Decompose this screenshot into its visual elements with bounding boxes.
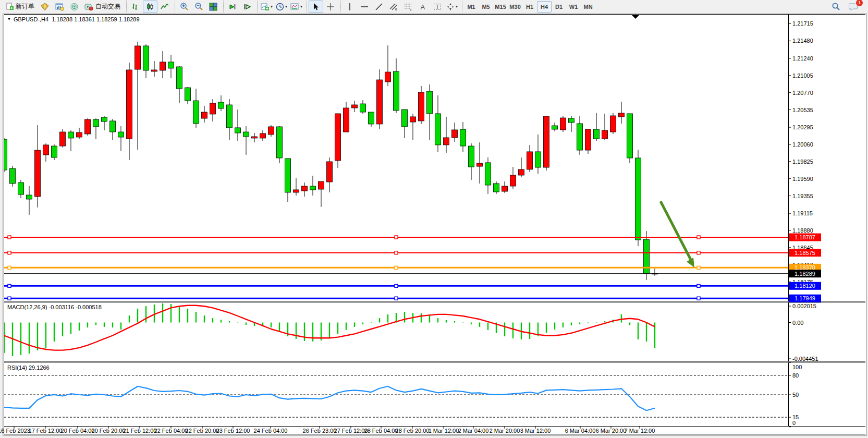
candle-body [327, 162, 333, 182]
chart-plot-area[interactable] [4, 15, 788, 301]
candle-body [619, 113, 625, 117]
candle-body [635, 158, 641, 240]
candle-body [360, 104, 366, 112]
line-handle[interactable] [395, 266, 398, 269]
candle-body [452, 130, 458, 138]
svg-text:28 Feb 04:00: 28 Feb 04:00 [364, 428, 398, 434]
chart-ohlc-values: 1.18288 1.18361 1.18259 1.18289 [52, 16, 139, 22]
candle-body [152, 70, 157, 71]
candle-body [68, 132, 74, 138]
candle-body [460, 129, 466, 146]
candle-body [285, 159, 291, 192]
svg-text:50: 50 [792, 392, 799, 398]
svg-text:1.20060: 1.20060 [792, 141, 813, 148]
svg-text:1.18787: 1.18787 [794, 234, 815, 240]
svg-text:0: 0 [792, 420, 796, 426]
line-handle[interactable] [395, 297, 398, 300]
svg-text:22 Feb 04:00: 22 Feb 04:00 [154, 428, 188, 434]
line-handle[interactable] [8, 297, 11, 300]
svg-text:22 Feb 20:00: 22 Feb 20:00 [186, 428, 219, 434]
candle-body [444, 138, 449, 145]
candle-body [135, 46, 141, 69]
line-handle[interactable] [697, 297, 700, 300]
candle-body [627, 114, 633, 158]
rsi-name: RSI(14) [7, 364, 27, 371]
candle-body [577, 124, 583, 150]
svg-text:1.20295: 1.20295 [792, 124, 813, 130]
line-handle[interactable] [395, 251, 398, 254]
svg-text:6 Mar 20:00: 6 Mar 20:00 [596, 428, 627, 434]
chart-canvas[interactable]: 1.217151.214801.212401.210051.207701.205… [0, 0, 868, 438]
svg-text:1.20535: 1.20535 [792, 107, 813, 113]
svg-text:1.18289: 1.18289 [794, 271, 815, 277]
macd-values: -0.003116 -0.000518 [48, 304, 101, 310]
candle-body [268, 127, 274, 135]
candle-body [585, 129, 591, 150]
candle-body [352, 105, 358, 108]
candle-body [394, 71, 399, 111]
svg-text:2 Mar 04:00: 2 Mar 04:00 [458, 428, 489, 434]
candle-body [377, 80, 383, 124]
chart-title: ▼GBPUSD-,H4 1.18288 1.18361 1.18259 1.18… [7, 16, 140, 22]
candle-body [294, 190, 299, 192]
svg-text:1.19115: 1.19115 [792, 210, 813, 216]
svg-text:1.19355: 1.19355 [792, 193, 813, 199]
svg-text:1.21480: 1.21480 [792, 38, 813, 44]
candle-body [2, 139, 7, 170]
candle-body [644, 239, 650, 274]
candle-body [369, 112, 374, 124]
svg-text:28 Feb 20:00: 28 Feb 20:00 [396, 428, 430, 434]
candle-body [419, 92, 424, 121]
candle-body [477, 163, 483, 166]
svg-text:7 Mar 12:00: 7 Mar 12:00 [625, 428, 655, 434]
line-handle[interactable] [697, 284, 700, 287]
line-handle[interactable] [395, 284, 398, 287]
candle-body [519, 169, 524, 175]
candle-body [410, 117, 416, 122]
line-handle[interactable] [8, 266, 11, 269]
svg-text:1.18120: 1.18120 [794, 283, 815, 289]
svg-text:2 Mar 20:00: 2 Mar 20:00 [490, 428, 520, 434]
candle-body [52, 146, 57, 157]
candle-body [494, 184, 499, 192]
candle-body [335, 114, 341, 161]
line-handle[interactable] [8, 236, 11, 239]
candle-body [469, 146, 474, 167]
line-handle[interactable] [8, 284, 11, 287]
candle-body [385, 72, 391, 82]
candle-body [127, 70, 132, 139]
candle-body [110, 121, 116, 132]
candle-body [227, 105, 233, 128]
candle-body [185, 88, 191, 101]
svg-text:1.19590: 1.19590 [792, 176, 813, 182]
candle-body [177, 67, 182, 89]
candle-body [544, 116, 549, 167]
line-handle[interactable] [8, 251, 11, 254]
candle-body [344, 108, 349, 132]
candle-body [202, 112, 207, 118]
candle-body [27, 195, 32, 199]
candle-body [252, 137, 258, 138]
candle-body [18, 182, 24, 194]
line-handle[interactable] [697, 251, 700, 254]
rsi-indicator-label: RSI(14) 29.1266 [7, 364, 50, 371]
svg-text:0.002015: 0.002015 [792, 303, 816, 309]
candle-body [310, 186, 316, 190]
svg-text:1.21005: 1.21005 [792, 72, 813, 79]
chart-symbol-period: GBPUSD-,H4 [14, 16, 48, 22]
rsi-value: 29.1266 [29, 364, 50, 371]
line-handle[interactable] [395, 236, 398, 239]
svg-text:20 Feb 20:00: 20 Feb 20:00 [92, 428, 126, 434]
line-handle[interactable] [697, 236, 700, 239]
candle-body [502, 186, 508, 191]
svg-text:1.21715: 1.21715 [792, 20, 813, 27]
candle-body [93, 119, 99, 127]
candle-body [560, 118, 566, 130]
svg-text:1.18575: 1.18575 [794, 250, 815, 256]
candle-body [235, 128, 241, 133]
line-handle[interactable] [697, 266, 700, 269]
candle-body [402, 110, 408, 127]
macd-indicator-label: MACD(12,26,9) -0.003116 -0.000518 [7, 304, 102, 310]
svg-text:21 Feb 12:00: 21 Feb 12:00 [123, 428, 157, 434]
candle-body [60, 132, 66, 146]
